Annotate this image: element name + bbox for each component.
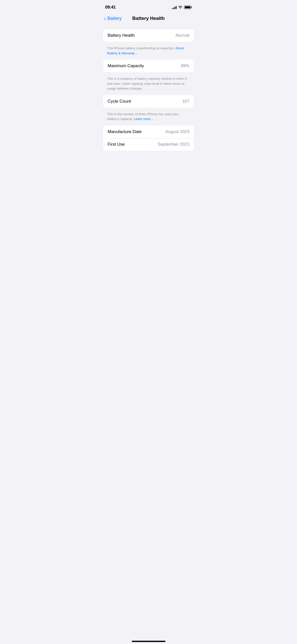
- battery-health-label: Battery Health: [108, 33, 135, 38]
- manufacture-date-label: Manufacture Date: [108, 129, 142, 134]
- cycle-count-card: Cycle Count 107: [103, 95, 194, 108]
- status-icons: [172, 6, 192, 9]
- maximum-capacity-card: Maximum Capacity 99%: [103, 60, 194, 72]
- maximum-capacity-row: Maximum Capacity 99%: [103, 60, 194, 72]
- back-button[interactable]: ‹ Battery: [104, 16, 122, 21]
- nav-header: ‹ Battery Battery Health: [99, 14, 198, 25]
- cycle-count-description: This is the number of times iPhone has u…: [103, 110, 194, 126]
- battery-status-icon: [184, 6, 192, 9]
- back-chevron-icon: ‹: [104, 16, 106, 21]
- battery-health-row: Battery Health Normal: [103, 29, 194, 42]
- maximum-capacity-description: This is a measure of battery capacity re…: [103, 74, 194, 95]
- main-content: Battery Health Normal This iPhone batter…: [99, 25, 198, 151]
- maximum-capacity-value: 99%: [181, 63, 189, 68]
- wifi-icon: [178, 6, 183, 9]
- manufacture-date-value: August 2023: [165, 129, 189, 134]
- maximum-capacity-label: Maximum Capacity: [108, 63, 144, 68]
- back-label: Battery: [107, 16, 122, 21]
- manufacture-date-row: Manufacture Date August 2023: [103, 126, 194, 138]
- battery-health-value: Normal: [176, 33, 189, 38]
- battery-health-card: Battery Health Normal: [103, 29, 194, 42]
- battery-health-description: This iPhone battery is performing as exp…: [103, 44, 194, 60]
- battery-warranty-link[interactable]: About Battery & Warranty…: [107, 46, 184, 55]
- cycle-count-row: Cycle Count 107: [103, 95, 194, 108]
- dates-card: Manufacture Date August 2023 First Use S…: [103, 126, 194, 151]
- status-time: 09:41: [105, 5, 116, 10]
- page-title: Battery Health: [132, 16, 165, 21]
- signal-icon: [172, 6, 177, 9]
- cycle-count-label: Cycle Count: [108, 99, 131, 104]
- first-use-value: September 2023: [158, 142, 189, 147]
- first-use-row: First Use September 2023: [103, 138, 194, 151]
- learn-more-link[interactable]: Learn more…: [134, 117, 154, 121]
- cycle-count-value: 107: [182, 99, 189, 104]
- status-bar: 09:41: [99, 0, 198, 14]
- first-use-label: First Use: [108, 142, 125, 147]
